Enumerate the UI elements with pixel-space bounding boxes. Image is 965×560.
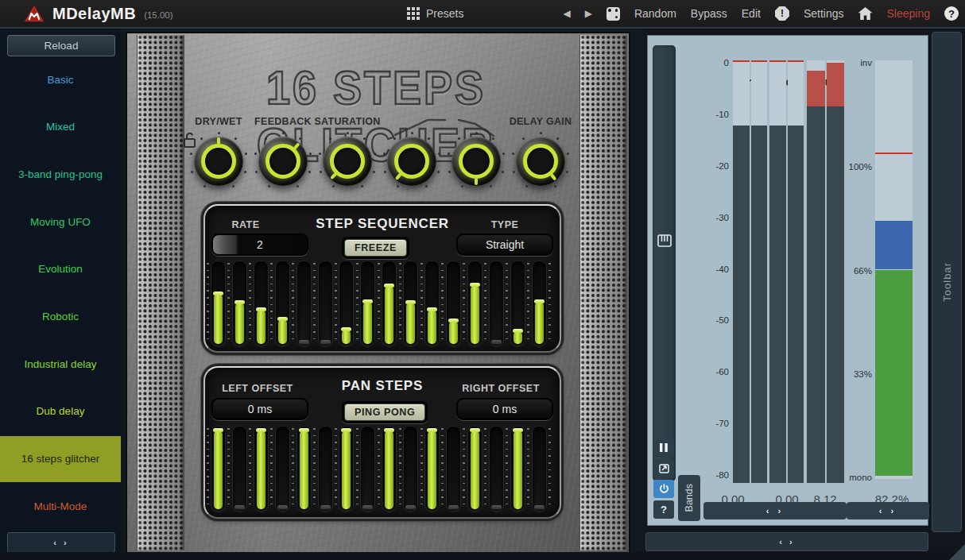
slider-fill [514,431,522,509]
left-offset-label: LEFT OFFSET [210,383,305,394]
step-slider-15[interactable] [511,261,525,346]
sidebar-item-industrial-delay[interactable]: Industrial delay [0,341,121,387]
sidebar-item-moving-ufo[interactable]: Moving UFO [0,199,121,245]
edit-button[interactable]: Edit [742,7,761,20]
sidebar-item-mixed[interactable]: Mixed [0,104,121,150]
toolbar-tab[interactable]: Toolbar [932,32,962,532]
slider-fill [342,431,351,509]
rate-field[interactable]: 2 [211,234,308,256]
slider-thumb [234,505,245,509]
step-slider-5[interactable] [297,261,311,346]
pan-slider-6[interactable] [319,427,332,512]
db-scale-label: -50 [700,315,729,325]
sidebar-item-robotic[interactable]: Robotic [0,294,121,340]
pan-slider-7[interactable] [339,427,353,512]
ping-pong-button[interactable]: PING PONG [342,401,428,423]
slider-ticks [227,428,230,510]
knob-delay-gain[interactable] [516,137,565,186]
pan-slider-4[interactable] [276,427,289,512]
pan-slider-5[interactable] [297,427,311,512]
step-slider-16[interactable] [533,261,546,346]
meter-zoom-slider[interactable] [653,45,676,481]
sidebar-item-evolution[interactable]: Evolution [0,246,121,292]
preset-back-button[interactable]: ◀ [563,8,570,19]
slider-ticks [270,263,273,345]
bypass-button[interactable]: Bypass [691,7,727,20]
step-slider-11[interactable] [425,261,439,346]
knob-saturation[interactable] [323,137,372,186]
presets-button[interactable]: Presets [407,0,463,27]
step-slider-4[interactable] [276,261,289,346]
width-scale-label: mono [835,473,872,482]
warning-icon[interactable]: ! [775,6,789,21]
step-slider-2[interactable] [233,261,246,346]
pan-slider-13[interactable] [468,427,482,512]
pan-slider-10[interactable] [404,427,417,512]
meter-collapse-button[interactable]: ‹ › [645,532,928,551]
meter-help-button[interactable]: ? [653,500,674,519]
step-slider-12[interactable] [447,261,460,346]
knob-4[interactable] [451,137,501,186]
bands-button[interactable]: Bands [678,475,700,521]
step-slider-1[interactable] [211,261,225,346]
sidebar-collapse-button[interactable]: ‹ › [7,532,115,553]
help-icon[interactable]: ? [944,6,959,21]
sidebar-item-16-steps-glitcher[interactable]: 16 steps glitcher [0,436,121,482]
pan-slider-16[interactable] [533,427,546,512]
home-icon[interactable] [858,7,873,20]
sidebar-item-multi-mode[interactable]: Multi-Mode [0,483,121,529]
step-slider-10[interactable] [404,261,417,346]
in-right-meter [751,60,767,483]
detach-window-button[interactable] [653,459,674,477]
pan-slider-14[interactable] [490,427,503,512]
meter-peak-line [875,153,913,154]
step-slider-14[interactable] [490,261,503,346]
sleeping-status[interactable]: Sleeping [887,7,931,20]
slider-thumb [448,319,459,322]
pan-slider-12[interactable] [447,427,460,512]
in-left-meter [733,60,750,483]
knob-dry-wet[interactable] [194,137,243,186]
step-slider-3[interactable] [254,261,268,346]
reload-button[interactable]: Reload [7,35,115,56]
step-slider-9[interactable] [382,261,396,346]
sidebar-item-basic[interactable]: Basic [0,56,121,102]
slider-ticks [399,263,401,345]
pan-slider-8[interactable] [361,427,374,512]
freeze-button[interactable]: FREEZE [342,237,409,259]
meter-scrollbar[interactable]: ‹ › [703,502,847,519]
knob-dot [437,171,440,173]
knob-dot [448,171,451,173]
sidebar-item-3-band-ping-pong[interactable]: 3-band ping-pong [0,151,121,197]
keyboard-icon[interactable] [657,234,672,247]
preset-forward-button[interactable]: ▶ [585,8,592,19]
pan-slider-9[interactable] [382,427,396,512]
left-offset-field[interactable]: 0 ms [211,398,308,420]
settings-button[interactable]: Settings [804,7,844,20]
resize-grip[interactable] [949,544,965,560]
pan-slider-2[interactable] [233,427,246,512]
slider-fill [342,330,351,344]
slider-ticks [207,263,209,345]
step-slider-8[interactable] [361,261,374,346]
pan-slider-11[interactable] [425,427,439,512]
knob-3[interactable] [387,137,436,186]
step-slider-13[interactable] [468,261,482,346]
pan-slider-1[interactable] [211,427,225,512]
pan-slider-15[interactable] [511,427,525,512]
sidebar-item-dub-delay[interactable]: Dub delay [0,388,121,434]
step-slider-6[interactable] [319,261,332,346]
power-button[interactable] [653,480,674,498]
pause-button[interactable] [653,438,674,457]
type-label: TYPE [457,219,552,230]
step-slider-7[interactable] [339,261,353,346]
right-offset-field[interactable]: 0 ms [456,398,553,420]
pan-slider-3[interactable] [254,427,268,512]
randomize-dice-icon[interactable] [607,7,620,21]
knob-feedback[interactable] [258,137,308,186]
type-field[interactable]: Straight [456,234,553,256]
slider-ticks [270,428,273,510]
width-scrollbar[interactable]: ‹ › [847,502,929,519]
random-button[interactable]: Random [634,7,676,20]
db-scale-label: -30 [700,213,729,222]
